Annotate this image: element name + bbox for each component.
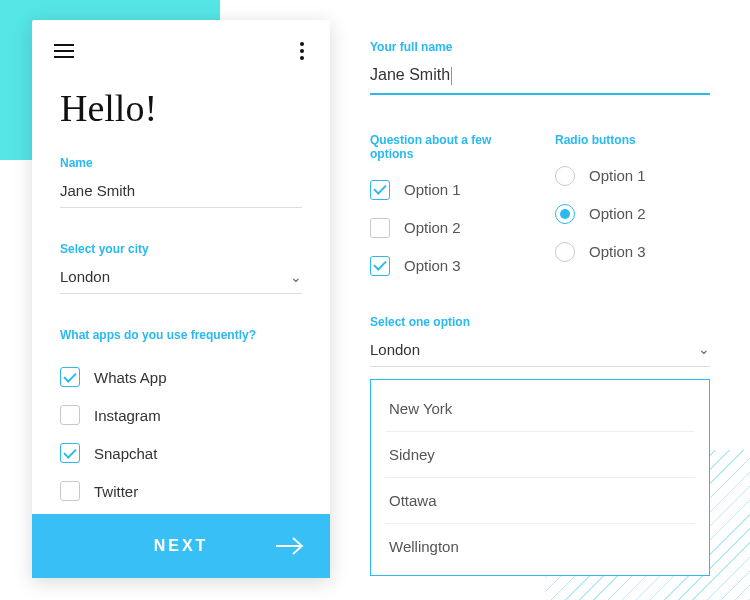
checkbox-option-3[interactable]: Option 3 bbox=[370, 247, 525, 285]
name-label: Name bbox=[60, 156, 302, 170]
city-field: Select your city London ⌄ bbox=[32, 228, 330, 294]
checkbox-icon bbox=[60, 443, 80, 463]
radio-option-1[interactable]: Option 1 bbox=[555, 157, 710, 195]
checkbox-option-1[interactable]: Option 1 bbox=[370, 171, 525, 209]
checkbox-icon bbox=[370, 180, 390, 200]
option-label: Option 3 bbox=[589, 243, 646, 260]
menu-icon[interactable] bbox=[54, 44, 74, 58]
name-input[interactable] bbox=[60, 180, 302, 208]
apps-field: What apps do you use frequently? bbox=[32, 314, 330, 352]
dropdown-item-wellington[interactable]: Wellington bbox=[385, 524, 695, 569]
app-label: Twitter bbox=[94, 483, 138, 500]
radio-option-3[interactable]: Option 3 bbox=[555, 233, 710, 271]
radio-label: Radio buttons bbox=[555, 133, 710, 147]
radio-column: Radio buttons Option 1 Option 2 Option 3 bbox=[555, 133, 710, 285]
text-cursor bbox=[451, 67, 452, 85]
radio-icon bbox=[555, 242, 575, 262]
option-label: Option 1 bbox=[404, 181, 461, 198]
apps-list: Whats App Instagram Snapchat Twitter bbox=[32, 352, 330, 510]
radio-option-2[interactable]: Option 2 bbox=[555, 195, 710, 233]
checkbox-column: Question about a few options Option 1 Op… bbox=[370, 133, 525, 285]
chevron-down-icon: ⌄ bbox=[698, 341, 710, 357]
components-panel: Your full name Jane Smith Question about… bbox=[370, 40, 710, 576]
option-label: Option 2 bbox=[404, 219, 461, 236]
fullname-label: Your full name bbox=[370, 40, 710, 54]
checkbox-icon bbox=[60, 481, 80, 501]
option-label: Option 2 bbox=[589, 205, 646, 222]
checkbox-icon bbox=[60, 367, 80, 387]
city-label: Select your city bbox=[60, 242, 302, 256]
dropdown-item-newyork[interactable]: New York bbox=[385, 386, 695, 432]
city-select[interactable]: London ⌄ bbox=[60, 266, 302, 294]
name-field: Name bbox=[32, 142, 330, 208]
city-value: London bbox=[60, 268, 110, 285]
dropdown-item-sidney[interactable]: Sidney bbox=[385, 432, 695, 478]
option-label: Option 1 bbox=[589, 167, 646, 184]
app-checkbox-instagram[interactable]: Instagram bbox=[60, 396, 302, 434]
options-columns: Question about a few options Option 1 Op… bbox=[370, 133, 710, 285]
dropdown-item-ottawa[interactable]: Ottawa bbox=[385, 478, 695, 524]
app-label: Whats App bbox=[94, 369, 167, 386]
arrow-right-icon bbox=[276, 537, 304, 555]
select-value: London bbox=[370, 341, 420, 358]
next-label: NEXT bbox=[154, 537, 209, 555]
checkbox-question-label: Question about a few options bbox=[370, 133, 525, 161]
checkbox-icon bbox=[370, 256, 390, 276]
greeting-title: Hello! bbox=[32, 64, 330, 142]
apps-label: What apps do you use frequently? bbox=[60, 328, 302, 342]
card-header bbox=[32, 20, 330, 64]
fullname-input[interactable]: Jane Smith bbox=[370, 64, 710, 95]
app-checkbox-snapchat[interactable]: Snapchat bbox=[60, 434, 302, 472]
radio-icon bbox=[555, 166, 575, 186]
fullname-value: Jane Smith bbox=[370, 66, 450, 83]
select-field: Select one option London ⌄ New York Sidn… bbox=[370, 315, 710, 576]
select-dropdown[interactable]: London ⌄ bbox=[370, 339, 710, 367]
next-button[interactable]: NEXT bbox=[32, 514, 330, 578]
chevron-down-icon: ⌄ bbox=[290, 269, 302, 285]
option-label: Option 3 bbox=[404, 257, 461, 274]
dropdown-menu: New York Sidney Ottawa Wellington bbox=[370, 379, 710, 576]
radio-icon bbox=[555, 204, 575, 224]
app-label: Instagram bbox=[94, 407, 161, 424]
checkbox-icon bbox=[370, 218, 390, 238]
app-label: Snapchat bbox=[94, 445, 157, 462]
checkbox-option-2[interactable]: Option 2 bbox=[370, 209, 525, 247]
more-icon[interactable] bbox=[296, 38, 308, 64]
app-checkbox-twitter[interactable]: Twitter bbox=[60, 472, 302, 510]
app-checkbox-whatsapp[interactable]: Whats App bbox=[60, 358, 302, 396]
form-card: Hello! Name Select your city London ⌄ Wh… bbox=[32, 20, 330, 578]
checkbox-icon bbox=[60, 405, 80, 425]
select-label: Select one option bbox=[370, 315, 710, 329]
